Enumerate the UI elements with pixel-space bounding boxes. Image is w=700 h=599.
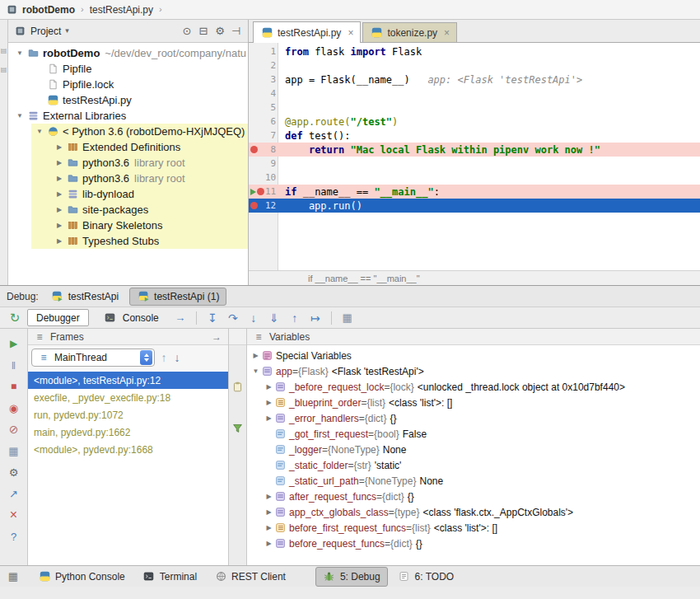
step-out-icon[interactable]: ↑ (287, 311, 303, 325)
code-line[interactable]: 5 (249, 101, 700, 115)
chevron-down-icon[interactable]: ▼ (33, 129, 46, 135)
code-text[interactable]: def test(): (278, 130, 350, 142)
tree-item[interactable]: testRestApi.py (8, 92, 248, 108)
gutter-icons[interactable] (249, 199, 265, 213)
chevron-right-icon[interactable]: ▶ (264, 525, 274, 531)
clipboard-icon[interactable] (231, 380, 245, 393)
debug-session-tab[interactable]: testRestApi (1) (129, 288, 226, 306)
debug-view-tab[interactable]: Debugger (27, 309, 89, 326)
arrow-right-icon[interactable]: → (210, 330, 223, 344)
breadcrumb-item[interactable]: robotDemo (21, 4, 77, 16)
settings-icon[interactable]: ⚙ (213, 25, 226, 38)
tree-item[interactable]: ▶Extended Definitions (8, 139, 248, 155)
variable-row[interactable]: ▶before_first_request_funcs = {list}<cla… (247, 520, 700, 536)
debug-view-tab[interactable]: Console (93, 309, 168, 326)
breakpoint-icon[interactable] (257, 188, 264, 195)
code-line[interactable]: 4 (249, 87, 700, 101)
breakpoint-icon[interactable] (250, 202, 258, 209)
show-execution-point-icon[interactable]: ↧ (204, 311, 221, 325)
chevron-right-icon[interactable]: ▶ (264, 415, 274, 422)
variable-row[interactable]: ▶after_request_funcs = {dict}{} (247, 489, 700, 504)
frame-row[interactable]: execfile, _pydev_execfile.py:18 (28, 389, 228, 406)
gutter-icons[interactable] (249, 87, 265, 101)
code-line[interactable]: 8 return "Mac local Flask within pipenv … (249, 143, 700, 157)
close-icon[interactable]: × (7, 508, 21, 522)
editor-breadcrumb-text[interactable]: if __name__ == "__main__" (308, 274, 420, 283)
gutter-icons[interactable] (249, 115, 265, 129)
code-line[interactable]: 6@app.route("/test") (249, 115, 700, 129)
tree-item[interactable]: ▶python3.6library root (8, 155, 248, 171)
chevron-right-icon[interactable]: ▶ (264, 509, 274, 516)
editor-breadcrumb[interactable]: if __name__ == "__main__" (249, 270, 700, 285)
variable-row[interactable]: _logger = {NoneType}None (247, 442, 700, 457)
project-title[interactable]: Project (30, 26, 61, 37)
mute-breakpoints-icon[interactable]: ⊘ (7, 423, 21, 436)
combo-stepper-icon[interactable] (140, 350, 152, 365)
frames-header-action[interactable]: → (210, 330, 223, 344)
chevron-right-icon[interactable]: ▶ (264, 541, 274, 547)
grid-icon[interactable]: ▦ (7, 570, 20, 583)
tree-item[interactable]: ▼External Libraries (8, 108, 248, 124)
variable-row[interactable]: ▶Special Variables (247, 348, 700, 363)
chevron-right-icon[interactable]: ▶ (53, 160, 66, 166)
stop-icon[interactable]: ■ (7, 380, 21, 393)
variable-row[interactable]: ▶app_ctx_globals_class = {type}<class 'f… (247, 504, 700, 520)
code-text[interactable]: if __name__ == "__main__": (278, 186, 440, 198)
thread-selector[interactable]: ≡ MainThread (31, 349, 155, 367)
breakpoint-icon[interactable] (250, 146, 258, 153)
frame-down-icon[interactable]: ↓ (170, 351, 184, 364)
variables-list[interactable]: ▶Special Variables▼app = {Flask}<Flask '… (247, 345, 700, 565)
variable-row[interactable]: _got_first_request = {bool}False (247, 426, 700, 442)
resume-icon[interactable]: ▶ (7, 337, 21, 350)
frame-row[interactable]: main, pydevd.py:1662 (28, 424, 228, 441)
close-tab-icon[interactable]: × (444, 28, 450, 38)
frame-row[interactable]: <module>, testRestApi.py:12 (28, 372, 228, 389)
variable-row[interactable]: ▼app = {Flask}<Flask 'testRestApi'> (247, 363, 700, 379)
tree-item[interactable]: Pipfile (8, 61, 248, 77)
code-text[interactable]: from flask import Flask (278, 46, 422, 58)
help-icon[interactable]: ? (7, 530, 21, 543)
tree-item[interactable]: ▶site-packages (8, 202, 248, 218)
chevron-right-icon[interactable]: ▶ (264, 384, 274, 391)
project-tree[interactable]: ▼robotDemo~/dev/dev_root/company/natuPip… (8, 43, 248, 285)
menu-icon[interactable]: ≡ (252, 330, 265, 344)
run-to-cursor-icon[interactable]: ↦ (307, 311, 324, 325)
code-line[interactable]: 1from flask import Flask (249, 44, 700, 58)
chevron-right-icon[interactable]: ▶ (53, 238, 66, 245)
gutter-icons[interactable] (249, 73, 265, 87)
code-line[interactable]: 12 app.run() (249, 199, 700, 213)
run-gutter-icon[interactable] (250, 189, 256, 195)
layout-grid-icon[interactable]: ▦ (339, 311, 356, 325)
chevron-right-icon[interactable]: ▶ (53, 175, 66, 182)
frame-row[interactable]: run, pydevd.py:1072 (28, 406, 228, 424)
code-line[interactable]: 3app = Flask(__name__) app: <Flask 'test… (249, 73, 700, 87)
tree-item[interactable]: ▶Binary Skeletons (8, 218, 248, 233)
code-text[interactable]: app.run() (278, 200, 362, 212)
frames-list[interactable]: <module>, testRestApi.py:12execfile, _py… (28, 370, 228, 565)
locate-icon[interactable]: ⊙ (180, 25, 194, 38)
code-line[interactable]: 9 (249, 157, 700, 171)
code-text[interactable]: @app.route("/test") (278, 116, 398, 128)
tree-item[interactable]: ▶Typeshed Stubs (8, 233, 248, 249)
settings-icon[interactable]: ⚙ (7, 466, 21, 479)
tree-item[interactable]: ▼< Python 3.6 (robotDemo-HXjMJQEQ) (8, 124, 248, 139)
chevron-right-icon[interactable]: ▶ (264, 400, 274, 406)
tree-item[interactable]: ▶python3.6library root (8, 171, 248, 186)
chevron-right-icon[interactable]: ▶ (53, 144, 66, 151)
editor-tab[interactable]: testRestApi.py× (253, 21, 361, 43)
debug-session-tab[interactable]: testRestApi (44, 288, 126, 306)
variable-row[interactable]: ▶_before_request_lock = {lock}<unlocked … (247, 379, 700, 395)
tree-item[interactable]: ▼robotDemo~/dev/dev_root/company/natu (8, 45, 248, 61)
gutter-icons[interactable] (249, 185, 265, 199)
variable-row[interactable]: ▶_error_handlers = {dict}{} (247, 410, 700, 426)
rerun-icon[interactable]: ↻ (7, 311, 23, 325)
variable-row[interactable]: ▶before_request_funcs = {dict}{} (247, 536, 700, 551)
gutter-icons[interactable] (249, 157, 265, 171)
chevron-down-icon[interactable]: ▼ (13, 113, 26, 119)
variable-row[interactable]: ▶_blueprint_order = {list}<class 'list'>… (247, 395, 700, 410)
code-line[interactable]: 11if __name__ == "__main__": (249, 185, 700, 199)
chevron-down-icon[interactable]: ▾ (65, 27, 69, 35)
code-editor[interactable]: 1from flask import Flask23app = Flask(__… (249, 43, 700, 270)
code-line[interactable]: 2 (249, 58, 700, 73)
code-text[interactable]: return "Mac local Flask within pipenv wo… (278, 144, 600, 156)
